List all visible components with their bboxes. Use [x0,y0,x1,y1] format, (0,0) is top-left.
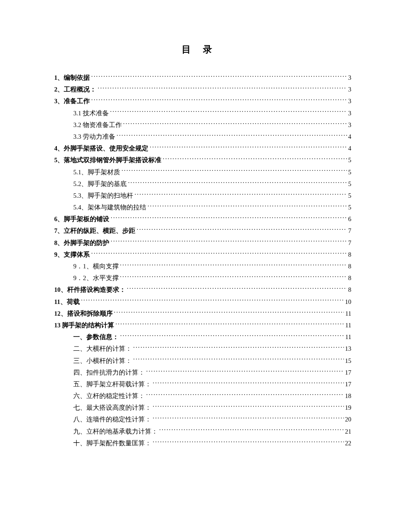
toc-entry-page: 7 [348,238,351,248]
toc-entry-page: 11 [345,332,351,342]
toc-entry-label: 十、脚手架配件数量匡算： [73,438,151,448]
toc-entry-label: 二、大横杆的计算： [73,344,132,354]
toc-entry: 七、最大搭设高度的计算：19 [73,403,351,413]
toc-entry: 四、扣件抗滑力的计算：17 [73,368,351,378]
toc-entry: 9．2、水平支撑8 [73,273,351,283]
toc-leader-dots [111,215,347,222]
toc-leader-dots [120,333,344,339]
toc-entry: 9．1、横向支撑8 [73,261,351,271]
toc-entry-label: 3.3 劳动力准备 [73,132,115,142]
toc-entry: 10、杆件搭设构造要求：8 [54,285,351,295]
toc-entry: 3.3 劳动力准备4 [73,132,351,142]
toc-entry-label: 5.3、脚手架的扫地杆 [73,191,133,201]
toc-entry-label: 10、杆件搭设构造要求： [54,285,126,295]
toc-entry: 三、小横杆的计算：15 [73,356,351,366]
toc-entry: 5.2、脚手架的基底5 [73,179,351,189]
toc-entry-label: 5.4、架体与建筑物的拉结 [73,202,146,212]
toc-leader-dots [111,238,347,245]
toc-entry-label: 5.2、脚手架的基底 [73,179,127,189]
toc-leader-dots [127,286,347,292]
toc-entry-label: 九、立杆的地基承载力计算： [73,427,158,437]
toc-entry-label: 六、立杆的稳定性计算： [73,391,145,401]
toc-entry-page: 5 [348,167,351,177]
toc-entry-label: 5.1、脚手架材质 [73,167,120,177]
toc-entry-label: 七、最大搭设高度的计算： [73,403,151,413]
toc-entry-label: 八、连墙件的稳定性计算： [73,415,151,424]
toc-entry-label: 11、荷载 [54,297,80,307]
toc-entry-label: 三、小横杆的计算： [73,356,132,366]
toc-entry-page: 5 [348,202,351,212]
toc-entry-label: 3、准备工作 [54,96,90,106]
toc-entry-page: 11 [345,320,351,330]
toc-entry: 3、准备工作3 [54,96,351,106]
toc-leader-dots [120,274,347,281]
toc-entry-page: 5 [348,179,351,189]
toc-entry: 5.4、架体与建筑物的拉结5 [73,202,351,212]
toc-entry: 5、落地式双排钢管外脚手架搭设标准5 [54,155,351,165]
toc-entry: 12、搭设和拆除顺序11 [54,309,351,319]
toc-entry-page: 8 [348,261,351,271]
toc-entry-label: 3.1 技术准备 [73,108,109,118]
toc-entry-label: 9．1、横向支撑 [73,261,119,271]
toc-leader-dots [153,415,344,422]
toc-entry: 3.2 物资准备工作3 [73,120,351,130]
toc-entry-page: 5 [348,155,351,165]
toc-entry-page: 20 [345,415,352,424]
toc-leader-dots [115,321,344,327]
toc-entry-label: 12、搭设和拆除顺序 [54,309,113,319]
toc-entry-label: 五、脚手架立杆荷载计算： [73,379,151,389]
toc-entry: 11、荷载10 [54,297,351,307]
toc-entry-page: 7 [348,226,351,236]
toc-entry-page: 10 [345,297,352,307]
toc-entry-label: 9、支撑体系 [54,250,90,260]
toc-leader-dots [98,85,347,92]
toc-entry: 7、立杆的纵距、横距、步距7 [54,226,351,236]
toc-leader-dots [114,309,344,316]
toc-leader-dots [150,144,347,151]
toc-leader-dots [153,439,344,445]
toc-entry-label: 一、参数信息： [73,332,119,342]
toc-leader-dots [134,191,347,198]
toc-entry-label: 7、立杆的纵距、横距、步距 [54,226,135,236]
toc-entry: 8、外脚手架的防护7 [54,238,351,248]
toc-leader-dots [163,156,347,163]
toc-entry: 2、工程概况：3 [54,85,351,95]
toc-leader-dots [123,121,347,127]
toc-entry-page: 15 [345,356,352,366]
toc-leader-dots [147,203,347,210]
page-title: 目录 [54,43,351,55]
toc-entry-page: 6 [348,214,351,224]
toc-entry: 3.1 技术准备3 [73,108,351,118]
toc-leader-dots [121,168,347,174]
toc-entry-page: 3 [348,96,351,106]
toc-entry-page: 3 [348,120,351,130]
toc-entry: 十、脚手架配件数量匡算：22 [73,438,351,448]
toc-entry-page: 4 [348,144,351,153]
table-of-contents: 1、编制依据32、工程概况：33、准备工作33.1 技术准备33.2 物资准备工… [54,73,351,448]
toc-entry: 六、立杆的稳定性计算：18 [73,391,351,401]
toc-entry-page: 3 [348,73,351,83]
toc-entry: 五、脚手架立杆荷载计算：17 [73,379,351,389]
toc-entry-label: 四、扣件抗滑力的计算： [73,368,145,378]
toc-entry: 5.3、脚手架的扫地杆5 [73,191,351,201]
toc-leader-dots [117,132,347,139]
toc-leader-dots [110,109,347,115]
toc-entry-page: 13 [345,344,352,354]
toc-leader-dots [120,262,347,269]
toc-leader-dots [128,180,347,186]
toc-entry: 八、连墙件的稳定性计算：20 [73,415,351,424]
toc-leader-dots [153,404,344,410]
toc-entry: 4、外脚手架搭设、使用安全规定4 [54,144,351,153]
toc-entry: 13 脚手架的结构计算11 [54,320,351,330]
toc-leader-dots [133,356,344,363]
toc-entry-page: 21 [345,427,352,437]
toc-entry-label: 5、落地式双排钢管外脚手架搭设标准 [54,155,161,165]
toc-entry-page: 17 [345,368,352,378]
toc-leader-dots [153,380,344,386]
toc-leader-dots [91,250,347,257]
toc-entry-page: 22 [345,438,352,448]
toc-entry: 9、支撑体系8 [54,250,351,260]
toc-leader-dots [159,427,344,434]
toc-entry-page: 3 [348,85,351,95]
toc-entry: 二、大横杆的计算：13 [73,344,351,354]
